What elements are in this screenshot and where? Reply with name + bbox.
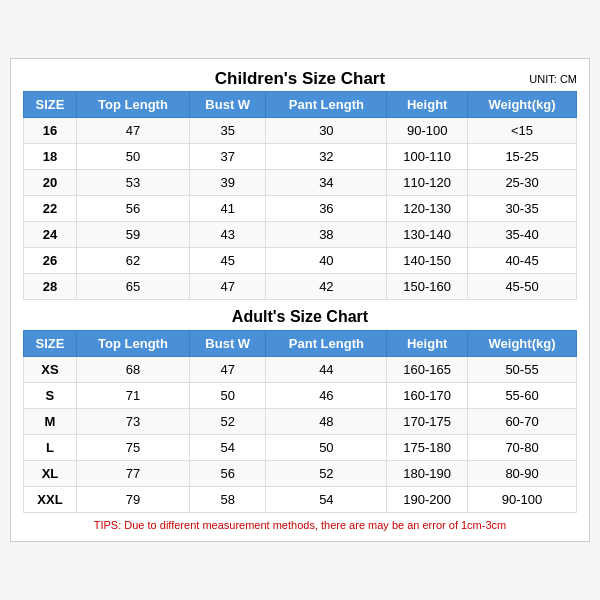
col-top-length: Top Length [76,92,189,118]
table-cell: 28 [24,274,77,300]
table-cell: 100-110 [387,144,468,170]
adult-col-top-length: Top Length [76,331,189,357]
table-cell: 75 [76,435,189,461]
table-row: XL775652180-19080-90 [24,461,577,487]
adults-size-table: SIZE Top Length Bust W Pant Length Heigh… [23,330,577,513]
table-row: S715046160-17055-60 [24,383,577,409]
tips-text: TIPS: Due to different measurement metho… [23,519,577,531]
table-cell: 58 [190,487,266,513]
table-cell: XS [24,357,77,383]
table-cell: 38 [266,222,387,248]
table-cell: 39 [190,170,266,196]
table-cell: 54 [266,487,387,513]
table-cell: 160-165 [387,357,468,383]
table-cell: 34 [266,170,387,196]
table-cell: 18 [24,144,77,170]
table-row: XS684744160-16550-55 [24,357,577,383]
col-size: SIZE [24,92,77,118]
table-cell: 37 [190,144,266,170]
table-cell: 90-100 [468,487,577,513]
size-chart-container: Children's Size Chart UNIT: CM SIZE Top … [10,58,590,542]
table-cell: 43 [190,222,266,248]
table-cell: 79 [76,487,189,513]
children-title: Children's Size Chart [215,69,385,88]
col-pant-length: Pant Length [266,92,387,118]
table-cell: 41 [190,196,266,222]
table-cell: 68 [76,357,189,383]
table-row: L755450175-18070-80 [24,435,577,461]
table-cell: 24 [24,222,77,248]
table-cell: 42 [266,274,387,300]
adult-col-size: SIZE [24,331,77,357]
table-cell: 20 [24,170,77,196]
table-cell: 47 [190,357,266,383]
table-cell: XXL [24,487,77,513]
table-row: 22564136120-13030-35 [24,196,577,222]
table-cell: 47 [190,274,266,300]
table-cell: 45-50 [468,274,577,300]
table-cell: <15 [468,118,577,144]
table-cell: 190-200 [387,487,468,513]
table-cell: 32 [266,144,387,170]
table-row: 18503732100-11015-25 [24,144,577,170]
table-row: 1647353090-100<15 [24,118,577,144]
table-cell: 140-150 [387,248,468,274]
table-cell: 71 [76,383,189,409]
table-cell: 46 [266,383,387,409]
table-cell: 40-45 [468,248,577,274]
table-cell: 130-140 [387,222,468,248]
table-row: M735248170-17560-70 [24,409,577,435]
table-cell: 45 [190,248,266,274]
table-cell: 70-80 [468,435,577,461]
col-weight: Weight(kg) [468,92,577,118]
table-cell: 55-60 [468,383,577,409]
table-cell: 50 [266,435,387,461]
table-cell: S [24,383,77,409]
children-header-row: SIZE Top Length Bust W Pant Length Heigh… [24,92,577,118]
table-cell: 50 [190,383,266,409]
table-cell: 180-190 [387,461,468,487]
table-row: XXL795854190-20090-100 [24,487,577,513]
table-cell: 26 [24,248,77,274]
table-row: 24594338130-14035-40 [24,222,577,248]
table-cell: 170-175 [387,409,468,435]
table-cell: 30 [266,118,387,144]
adults-header-row: SIZE Top Length Bust W Pant Length Heigh… [24,331,577,357]
table-row: 28654742150-16045-50 [24,274,577,300]
table-cell: 52 [190,409,266,435]
table-cell: 36 [266,196,387,222]
table-cell: 160-170 [387,383,468,409]
table-cell: XL [24,461,77,487]
table-cell: L [24,435,77,461]
table-cell: 16 [24,118,77,144]
table-cell: 22 [24,196,77,222]
table-cell: 150-160 [387,274,468,300]
table-cell: 110-120 [387,170,468,196]
table-cell: 48 [266,409,387,435]
adult-col-pant-length: Pant Length [266,331,387,357]
table-cell: 77 [76,461,189,487]
adult-col-weight: Weight(kg) [468,331,577,357]
adult-col-height: Height [387,331,468,357]
table-cell: 25-30 [468,170,577,196]
table-cell: 73 [76,409,189,435]
table-cell: 50-55 [468,357,577,383]
table-cell: 15-25 [468,144,577,170]
table-cell: 175-180 [387,435,468,461]
table-cell: 35 [190,118,266,144]
table-cell: 53 [76,170,189,196]
table-row: 26624540140-15040-45 [24,248,577,274]
table-cell: 90-100 [387,118,468,144]
children-section-header: Children's Size Chart UNIT: CM [23,69,577,89]
unit-label: UNIT: CM [529,73,577,85]
table-cell: 56 [76,196,189,222]
adult-col-bust-w: Bust W [190,331,266,357]
table-cell: 56 [190,461,266,487]
table-cell: 44 [266,357,387,383]
table-cell: 62 [76,248,189,274]
table-cell: 47 [76,118,189,144]
col-height: Height [387,92,468,118]
table-cell: 60-70 [468,409,577,435]
table-cell: M [24,409,77,435]
table-cell: 120-130 [387,196,468,222]
